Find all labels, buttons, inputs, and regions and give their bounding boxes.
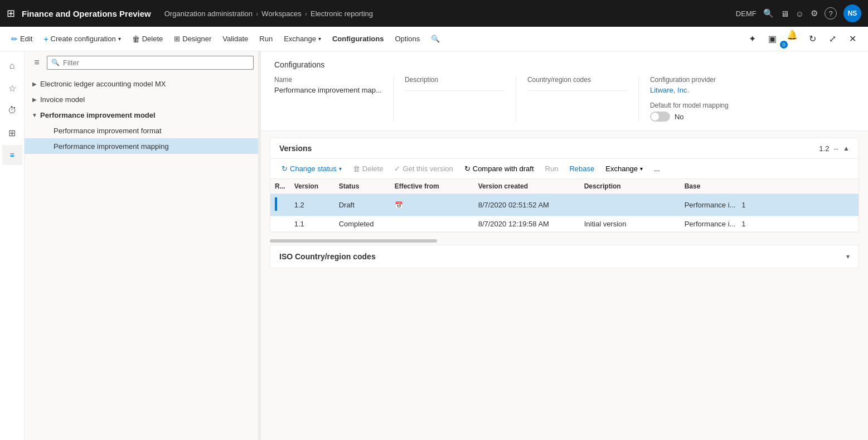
- default-field: Default for model mapping No: [650, 101, 750, 122]
- get-version-label: Get this version: [403, 165, 453, 173]
- name-label: Name: [274, 76, 382, 84]
- validate-button[interactable]: Validate: [218, 32, 253, 45]
- exchange-button[interactable]: Exchange ▾: [279, 32, 326, 45]
- versions-run-label: Run: [545, 165, 559, 173]
- iso-header[interactable]: ISO Country/region codes ▾: [270, 245, 859, 268]
- row-desc-1: [580, 194, 680, 216]
- edit-button[interactable]: ✏ Edit: [7, 32, 37, 46]
- tree-expand-icon-1[interactable]: ▶: [29, 78, 40, 89]
- nav-filter-input[interactable]: [47, 56, 254, 70]
- toolbar-search-button[interactable]: 🔍: [426, 32, 444, 45]
- notifications-wrap: 🔔 0: [783, 26, 801, 52]
- configurations-label: Configurations: [332, 35, 384, 43]
- designer-button[interactable]: ⊞ Designer: [169, 32, 216, 45]
- versions-panel-header: Versions 1.2 -- ▲: [270, 138, 859, 159]
- create-chevron-icon: ▾: [118, 36, 121, 42]
- help-icon[interactable]: ?: [825, 7, 837, 20]
- row-created-1: 8/7/2020 02:51:52 AM: [474, 194, 580, 216]
- rebase-button[interactable]: Rebase: [565, 162, 599, 175]
- sidebar-menu-button[interactable]: ≡: [2, 145, 22, 165]
- versions-exchange-button[interactable]: Exchange ▾: [601, 162, 647, 175]
- gear-icon[interactable]: ⚙: [811, 8, 818, 18]
- table-row[interactable]: 1.1 Completed 8/7/2020 12:19:58 AM Initi…: [270, 216, 859, 232]
- refresh-button[interactable]: ↻: [803, 30, 821, 48]
- versions-delete-label: Delete: [362, 165, 384, 173]
- row-indicator: [275, 197, 277, 211]
- scrollable-content: Versions 1.2 -- ▲ ↻ Change status ▾ 🗑 De…: [261, 131, 868, 440]
- base-link-1[interactable]: Performance i...: [685, 201, 736, 209]
- tree-label-1: Electronic ledger accounting model MX: [40, 80, 251, 88]
- search-icon[interactable]: 🔍: [763, 8, 774, 18]
- tree-item-performance-format[interactable]: ▶ Performance improvement format: [25, 123, 258, 138]
- change-status-button[interactable]: ↻ Change status ▾: [277, 162, 346, 175]
- create-configuration-button[interactable]: + Create configuration ▾: [39, 32, 125, 46]
- versions-delete-button[interactable]: 🗑 Delete: [348, 162, 388, 175]
- row-base-1: Performance i... 1: [680, 194, 859, 216]
- breadcrumb-item-3[interactable]: Electronic reporting: [311, 9, 373, 18]
- breadcrumb-item-2[interactable]: Workspaces: [261, 9, 301, 18]
- row-indicator-cell: [270, 194, 290, 216]
- pin-icon: ✦: [749, 33, 756, 44]
- description-label: Description: [405, 76, 505, 84]
- tree-item-performance-model[interactable]: ▼ Performance improvement model: [25, 107, 258, 123]
- run-button[interactable]: Run: [255, 32, 277, 45]
- scrollbar-area: [261, 239, 868, 245]
- horizontal-scrollbar[interactable]: [270, 239, 437, 243]
- delete-label: Delete: [142, 35, 163, 43]
- sidebar-favorites-button[interactable]: ☆: [2, 78, 22, 98]
- expand-button[interactable]: ⤢: [823, 30, 841, 48]
- table-row[interactable]: 1.2 Draft 📅 8/7/2020 02:51:52 AM Perform…: [270, 194, 859, 216]
- calendar-icon: 📅: [395, 201, 403, 209]
- grid-icon[interactable]: ⊞: [7, 7, 15, 20]
- breadcrumb-item-1[interactable]: Organization administration: [164, 9, 253, 18]
- tree-item-invoice-model[interactable]: ▶ Invoice model: [25, 91, 258, 107]
- row-created-2: 8/7/2020 12:19:58 AM: [474, 216, 580, 232]
- tree-label-3: Performance improvement model: [40, 111, 251, 119]
- provider-label: Configuration provider: [650, 76, 750, 84]
- row-base-2: Performance i... 1: [680, 216, 859, 232]
- monitor-icon[interactable]: 🖥: [780, 9, 789, 18]
- sidebar-home-button[interactable]: ⌂: [2, 56, 22, 76]
- panel-button[interactable]: ▣: [763, 30, 781, 48]
- configurations-button[interactable]: Configurations: [328, 32, 388, 45]
- exchange-label: Exchange: [284, 35, 316, 43]
- sidebar-workspaces-button[interactable]: ⊞: [2, 123, 22, 143]
- delete-button[interactable]: 🗑 Delete: [128, 32, 168, 46]
- col-r: R...: [270, 179, 290, 194]
- versions-exchange-chevron-icon: ▾: [640, 166, 643, 172]
- tree-item-electronic-ledger[interactable]: ▶ Electronic ledger accounting model MX: [25, 76, 258, 91]
- sidebar-recent-button[interactable]: ⏱: [2, 100, 22, 120]
- name-value: Performance improvement map...: [274, 86, 382, 94]
- options-button[interactable]: Options: [390, 32, 424, 45]
- tree-expand-icon-3[interactable]: ▼: [29, 109, 40, 120]
- close-button[interactable]: ✕: [843, 30, 861, 48]
- more-label: ...: [654, 165, 660, 173]
- home-icon: ⌂: [9, 61, 15, 71]
- default-toggle[interactable]: [650, 112, 670, 122]
- row-status-2: Completed: [334, 216, 390, 232]
- close-icon: ✕: [849, 33, 856, 44]
- smiley-icon[interactable]: ☺: [796, 9, 804, 18]
- col-description: Description: [580, 179, 680, 194]
- validate-label: Validate: [222, 35, 248, 43]
- more-button[interactable]: ...: [649, 162, 665, 175]
- versions-delete-icon: 🗑: [353, 165, 360, 173]
- versions-run-button[interactable]: Run: [541, 162, 563, 175]
- filter-icon: ≡: [34, 57, 39, 67]
- versions-collapse-icon[interactable]: ▲: [843, 144, 850, 152]
- filter-icon-button[interactable]: ≡: [29, 55, 45, 70]
- get-version-button[interactable]: ✓ Get this version: [390, 162, 457, 175]
- rebase-label: Rebase: [569, 165, 594, 173]
- field-provider: Configuration provider Litware, Inc. Def…: [650, 76, 762, 122]
- tree-item-performance-mapping[interactable]: ▶ Performance improvement mapping: [25, 138, 258, 154]
- tree-expand-icon-2[interactable]: ▶: [29, 94, 40, 105]
- compare-draft-button[interactable]: ↻ Compare with draft: [460, 162, 539, 175]
- country-label: Country/region codes: [527, 76, 627, 84]
- provider-value[interactable]: Litware, Inc.: [650, 86, 750, 94]
- compare-icon: ↻: [464, 165, 471, 173]
- versions-table-wrap: R... Version Status Effective from Versi…: [270, 179, 859, 232]
- change-status-label: Change status: [290, 165, 337, 173]
- avatar[interactable]: NS: [843, 4, 861, 22]
- row-effective-2: [390, 216, 474, 232]
- pin-button[interactable]: ✦: [743, 30, 761, 48]
